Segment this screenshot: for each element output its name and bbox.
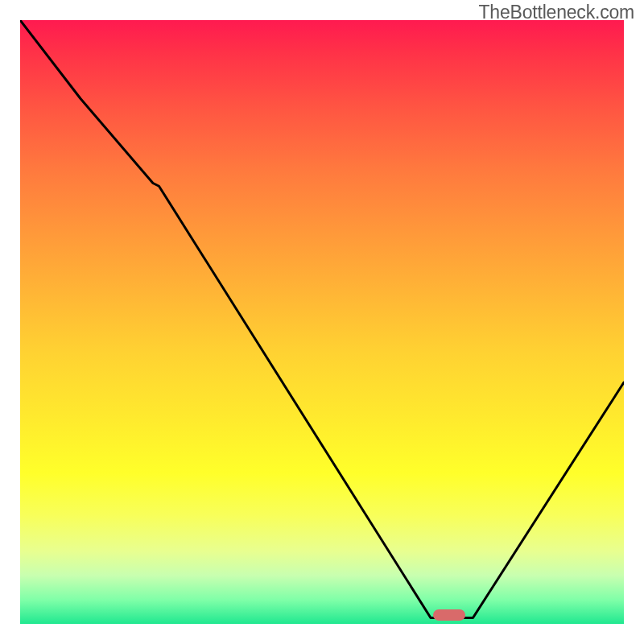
bottleneck-curve — [20, 20, 624, 624]
optimal-point-marker — [433, 609, 465, 621]
chart-plot-area — [20, 20, 624, 624]
